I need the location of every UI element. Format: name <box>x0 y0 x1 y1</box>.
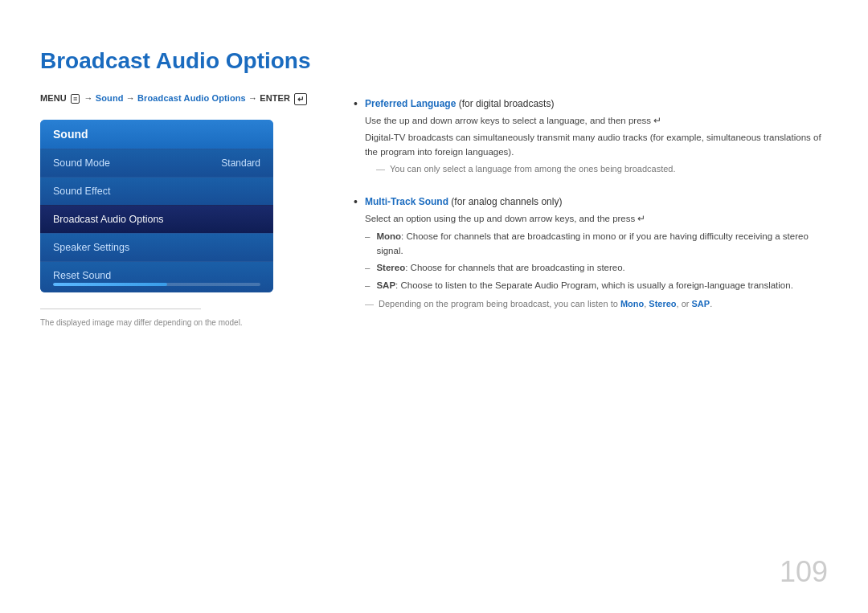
reset-progress-bar <box>53 283 260 286</box>
page-number: 109 <box>780 555 828 589</box>
bullet-body1: Use the up and down arrow keys to select… <box>365 113 828 128</box>
section-multi-track-sound: • Multi-Track Sound (for analog channels… <box>354 194 828 312</box>
bullet-content-2: Multi-Track Sound (for analog channels o… <box>365 194 828 312</box>
sound-menu-header: Sound <box>40 120 273 149</box>
page-title: Broadcast Audio Options <box>40 48 313 74</box>
path-broadcast: Broadcast Audio Options <box>137 93 246 103</box>
bullet-body2: Digital-TV broadcasts can simultaneously… <box>365 130 828 160</box>
bold-stereo: Stereo <box>649 299 676 309</box>
title-rest-2: (for analog channels only) <box>448 196 562 207</box>
title-rest: (for digital broadcasts) <box>456 98 554 109</box>
title-bold-2: Multi-Track Sound <box>365 196 448 207</box>
note-bottom: Depending on the program being broadcast… <box>365 297 828 312</box>
note-text: You can only select a language from amon… <box>390 162 676 177</box>
bullet-preferred-language: • Preferred Language (for digital broadc… <box>354 96 828 180</box>
divider <box>40 309 201 309</box>
bullet-multi-track: • Multi-Track Sound (for analog channels… <box>354 194 828 312</box>
menu-label: MENU <box>40 93 67 103</box>
menu-item-sound-effect[interactable]: Sound Effect <box>40 177 273 205</box>
bold-sap: SAP <box>692 299 710 309</box>
sub-text-stereo: Stereo: Choose for channels that are bro… <box>376 260 624 275</box>
menu-item-sound-mode[interactable]: Sound Mode Standard <box>40 149 273 177</box>
arrow2: → <box>126 93 137 103</box>
bold-mono: Mono <box>620 299 644 309</box>
bullet-title-2: Multi-Track Sound (for analog channels o… <box>365 194 828 210</box>
sub-bullet-mono: Mono: Choose for channels that are broad… <box>365 229 828 259</box>
arrow1: → <box>84 93 96 103</box>
right-column: • Preferred Language (for digital broadc… <box>338 48 828 581</box>
enter-icon: ↵ <box>294 93 307 105</box>
title-bold: Preferred Language <box>365 98 456 109</box>
bullet-title: Preferred Language (for digital broadcas… <box>365 96 828 112</box>
sub-text-mono: Mono: Choose for channels that are broad… <box>376 229 828 259</box>
menu-path: MENU ≡ → Sound → Broadcast Audio Options… <box>40 93 313 105</box>
menu-item-reset-sound[interactable]: Reset Sound <box>40 261 273 292</box>
arrow3: → <box>248 93 260 103</box>
bullet-dot: • <box>354 97 365 110</box>
sound-menu: Sound Sound Mode Standard Sound Effect B… <box>40 120 273 292</box>
bullet-body1-2: Select an option using the up and down a… <box>365 211 828 226</box>
menu-item-value: Standard <box>221 157 260 169</box>
path-sound: Sound <box>96 93 124 103</box>
menu-item-label: Reset Sound <box>53 270 111 281</box>
bullet-dot-2: • <box>354 195 365 208</box>
sub-text-sap: SAP: Choose to listen to the Separate Au… <box>376 278 792 292</box>
menu-item-label: Sound Effect <box>53 186 110 197</box>
menu-item-label: Sound Mode <box>53 157 110 169</box>
menu-icon: ≡ <box>71 94 80 104</box>
sub-bullet-stereo: Stereo: Choose for channels that are bro… <box>365 260 828 275</box>
enter-label: ENTER <box>260 93 290 103</box>
bullet-content: Preferred Language (for digital broadcas… <box>365 96 828 180</box>
sub-bullet-sap: SAP: Choose to listen to the Separate Au… <box>365 278 828 292</box>
footnote: The displayed image may differ depending… <box>40 317 313 329</box>
note-bottom-text: Depending on the program being broadcast… <box>379 297 712 312</box>
note-line: You can only select a language from amon… <box>368 162 828 177</box>
menu-item-label: Broadcast Audio Options <box>53 214 164 225</box>
menu-item-speaker-settings[interactable]: Speaker Settings <box>40 233 273 261</box>
reset-progress-fill <box>53 283 167 286</box>
left-column: Broadcast Audio Options MENU ≡ → Sound →… <box>40 48 338 581</box>
menu-item-label: Speaker Settings <box>53 242 129 253</box>
section-preferred-language: • Preferred Language (for digital broadc… <box>354 96 828 180</box>
menu-item-broadcast-audio[interactable]: Broadcast Audio Options <box>40 205 273 233</box>
